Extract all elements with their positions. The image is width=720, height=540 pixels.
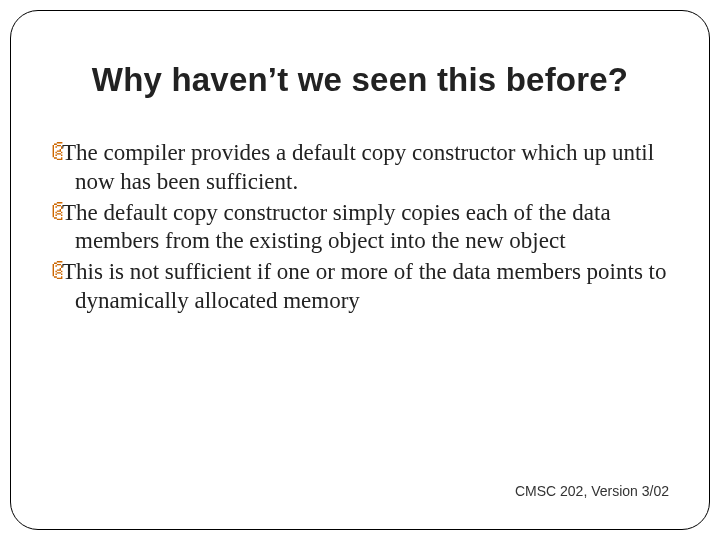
bullet-text: The default copy constructor simply copi… (62, 200, 611, 254)
bullet-icon: ༊ (51, 259, 62, 284)
slide-title: Why haven’t we seen this before? (51, 61, 669, 99)
bullet-text: The compiler provides a default copy con… (62, 140, 654, 194)
list-item: ༊The compiler provides a default copy co… (51, 139, 669, 197)
bullet-icon: ༊ (51, 140, 62, 165)
bullet-icon: ༊ (51, 200, 62, 225)
bullet-list: ༊The compiler provides a default copy co… (51, 139, 669, 316)
slide-frame: Why haven’t we seen this before? ༊The co… (10, 10, 710, 530)
list-item: ༊This is not sufficient if one or more o… (51, 258, 669, 316)
slide-footer: CMSC 202, Version 3/02 (515, 483, 669, 499)
list-item: ༊The default copy constructor simply cop… (51, 199, 669, 257)
bullet-text: This is not sufficient if one or more of… (62, 259, 666, 313)
